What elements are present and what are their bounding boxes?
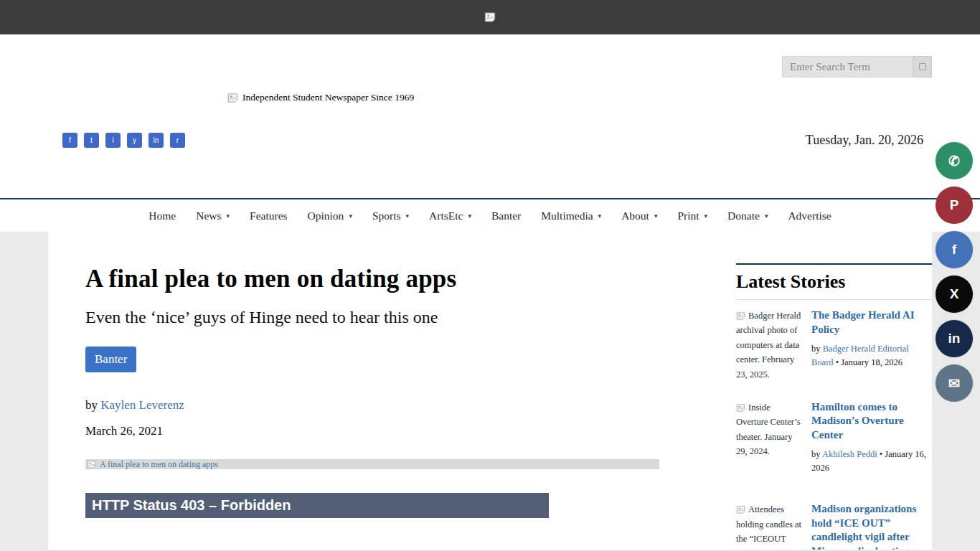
list-item: Badger Herald archival photo of computer…: [736, 309, 932, 382]
nav-label: News: [196, 209, 221, 222]
nav-label: Donate: [727, 209, 760, 222]
chevron-down-icon: ▾: [654, 212, 658, 220]
category-tag-banter[interactable]: Banter: [85, 347, 136, 372]
list-item: Attendees holding candles at the “ICEOUT…: [736, 502, 932, 550]
instagram-glyph: i: [112, 136, 113, 144]
chevron-down-icon: ▾: [468, 212, 471, 220]
share-linkedin-button[interactable]: in: [936, 320, 973, 357]
nav-item-news[interactable]: News▾: [186, 209, 240, 222]
instagram-icon[interactable]: i: [105, 133, 121, 148]
nav-item-donate[interactable]: Donate▾: [717, 209, 778, 222]
facebook-glyph: f: [69, 136, 71, 144]
chevron-down-icon: ▾: [227, 212, 230, 220]
featured-image-alt-text: A final plea to men on dating apps: [100, 459, 218, 469]
logo-link[interactable]: Independent Student Newspaper Since 1969: [227, 92, 414, 103]
story-thumbnail-link[interactable]: Badger Herald archival photo of computer…: [736, 309, 803, 382]
share-email-button[interactable]: ✉: [936, 364, 973, 402]
nav-label: Advertise: [788, 209, 831, 222]
story-image-alt-text: Attendees holding candles at the “ICEOUT…: [736, 504, 801, 550]
chevron-down-icon: ▾: [705, 212, 708, 220]
article-title: A final plea to men on dating apps: [85, 265, 693, 293]
story-image-alt-text: Inside Overture Center’s theater. Januar…: [736, 402, 801, 456]
broken-image-icon: [87, 461, 96, 468]
nav-item-print[interactable]: Print▾: [667, 209, 717, 222]
facebook-icon: f: [952, 242, 956, 258]
byline-prefix: by: [811, 449, 821, 459]
youtube-glyph: y: [133, 136, 136, 144]
site-header: Independent Student Newspaper Since 1969…: [0, 34, 980, 198]
broken-image-icon: [484, 12, 496, 22]
top-ad-bar: [0, 0, 980, 34]
story-thumbnail-link[interactable]: Inside Overture Center’s theater. Januar…: [736, 400, 803, 484]
nav-item-home[interactable]: Home: [138, 209, 186, 222]
search-icon: [919, 63, 926, 70]
share-facebook-button[interactable]: f: [936, 231, 973, 268]
chevron-down-icon: ▾: [406, 212, 410, 220]
story-image-alt-text: Badger Herald archival photo of computer…: [736, 311, 801, 380]
chevron-down-icon: ▾: [598, 212, 602, 220]
email-icon: ✉: [948, 375, 960, 392]
chevron-down-icon: ▾: [765, 212, 768, 220]
nav-label: Print: [677, 209, 699, 222]
story-thumbnail-link[interactable]: Attendees holding candles at the “ICEOUT…: [736, 502, 803, 550]
facebook-icon[interactable]: f: [62, 133, 77, 148]
nav-label: Opinion: [308, 209, 344, 222]
story-byline: by Badger Herald Editorial Board • Janua…: [811, 342, 932, 369]
nav-label: Home: [149, 209, 176, 222]
linkedin-icon[interactable]: in: [149, 133, 164, 148]
rss-icon[interactable]: r: [170, 133, 185, 148]
youtube-icon[interactable]: y: [127, 133, 142, 148]
nav-item-about[interactable]: About▾: [611, 209, 667, 222]
story-headline-link[interactable]: Madison organizations hold “ICE OUT” can…: [811, 502, 932, 550]
sidebar-divider: [736, 263, 932, 265]
logo-alt-text: Independent Student Newspaper Since 1969: [242, 92, 414, 103]
nav-item-opinion[interactable]: Opinion▾: [298, 209, 362, 222]
nav-label: About: [621, 209, 649, 222]
whatsapp-icon: ✆: [948, 153, 960, 169]
linkedin-icon: in: [948, 331, 961, 347]
latest-stories-sidebar: Latest Stories Badger Herald archival ph…: [736, 232, 932, 550]
share-whatsapp-button[interactable]: ✆: [936, 142, 973, 179]
share-rail: ✆ P f X in ✉: [936, 142, 973, 402]
nav-item-sports[interactable]: Sports▾: [362, 209, 419, 222]
nav-item-advertise[interactable]: Advertise: [778, 209, 841, 222]
story-headline-link[interactable]: Hamilton comes to Madison’s Overture Cen…: [811, 400, 932, 443]
rss-glyph: r: [176, 136, 179, 144]
article-byline: by Kaylen Leverenz: [85, 398, 693, 413]
twitter-icon[interactable]: t: [84, 133, 99, 148]
story-headline-link[interactable]: The Badger Herald AI Policy: [811, 309, 932, 336]
sidebar-title: Latest Stories: [736, 271, 932, 300]
nav-item-banter[interactable]: Banter: [481, 209, 531, 222]
social-icons: f t i y in r: [62, 133, 185, 148]
article-subtitle: Even the ‘nice’ guys of Hinge need to he…: [85, 308, 693, 327]
share-x-button[interactable]: X: [936, 276, 973, 313]
byline-prefix: by: [811, 344, 821, 354]
embedded-error-frame: HTTP Status 403 – Forbidden: [85, 493, 549, 518]
nav-item-features[interactable]: Features: [240, 209, 298, 222]
bullet-separator: •: [880, 449, 882, 459]
search-input[interactable]: [782, 56, 913, 77]
nav-label: Features: [250, 209, 288, 222]
nav-label: Sports: [372, 209, 401, 222]
broken-image-icon: [736, 404, 745, 412]
author-link[interactable]: Kaylen Leverenz: [100, 398, 184, 412]
twitter-glyph: t: [90, 136, 93, 144]
nav-label: Banter: [491, 209, 521, 222]
author-link[interactable]: Akhilesh Peddi: [822, 449, 877, 459]
nav-item-artsetc[interactable]: ArtsEtc▾: [419, 209, 481, 222]
article: A final plea to men on dating apps Even …: [85, 232, 693, 550]
nav-item-multimedia[interactable]: Multimedia▾: [531, 209, 611, 222]
current-date: Tuesday, Jan. 20, 2026: [806, 133, 923, 148]
pinterest-icon: P: [950, 197, 959, 213]
share-pinterest-button[interactable]: P: [936, 187, 973, 224]
list-item: Inside Overture Center’s theater. Januar…: [736, 400, 932, 484]
nav-label: ArtsEtc: [429, 209, 463, 222]
chevron-down-icon: ▾: [349, 212, 352, 220]
nav-label: Multimedia: [541, 209, 593, 222]
x-icon: X: [950, 286, 959, 302]
story-date: January 18, 2026: [841, 357, 903, 367]
broken-image-icon: [227, 93, 238, 103]
content-area: A final plea to men on dating apps Even …: [0, 232, 980, 550]
search-submit-button[interactable]: [913, 56, 932, 77]
http-error-title: HTTP Status 403 – Forbidden: [85, 493, 549, 518]
